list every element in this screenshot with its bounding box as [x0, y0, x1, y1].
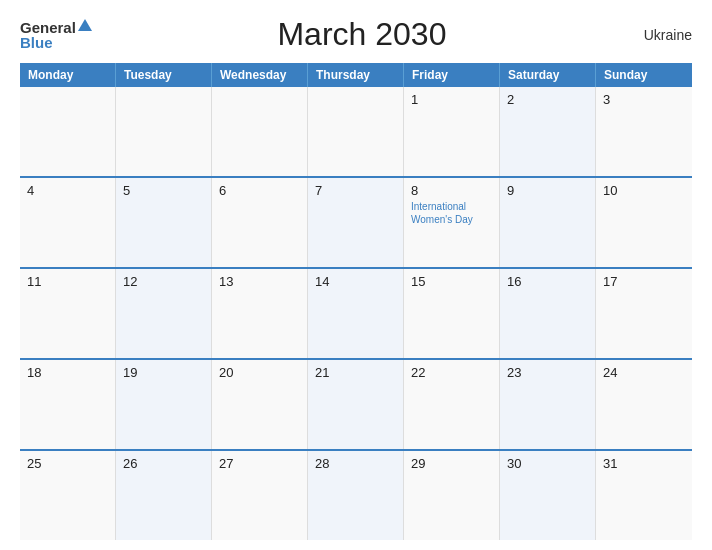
cell-w2-d6: 9	[500, 178, 596, 267]
cell-w2-d4: 7	[308, 178, 404, 267]
week-3: 11121314151617	[20, 269, 692, 360]
header-sunday: Sunday	[596, 63, 692, 87]
cell-w1-d3	[212, 87, 308, 176]
day-number: 14	[315, 274, 396, 289]
cell-w5-d7: 31	[596, 451, 692, 540]
day-number: 11	[27, 274, 108, 289]
calendar-page: General Blue March 2030 Ukraine Monday T…	[0, 0, 712, 550]
day-number: 17	[603, 274, 685, 289]
cell-w3-d4: 14	[308, 269, 404, 358]
calendar-body: 12345678International Women's Day9101112…	[20, 87, 692, 540]
day-number: 27	[219, 456, 300, 471]
cell-w4-d5: 22	[404, 360, 500, 449]
week-1: 123	[20, 87, 692, 178]
day-number: 4	[27, 183, 108, 198]
cell-w3-d1: 11	[20, 269, 116, 358]
day-number: 21	[315, 365, 396, 380]
cell-w1-d5: 1	[404, 87, 500, 176]
header-saturday: Saturday	[500, 63, 596, 87]
day-number: 28	[315, 456, 396, 471]
day-number: 9	[507, 183, 588, 198]
cell-w1-d6: 2	[500, 87, 596, 176]
day-number: 12	[123, 274, 204, 289]
cell-w3-d2: 12	[116, 269, 212, 358]
day-number: 2	[507, 92, 588, 107]
calendar-header: Monday Tuesday Wednesday Thursday Friday…	[20, 63, 692, 87]
day-number: 26	[123, 456, 204, 471]
cell-w4-d4: 21	[308, 360, 404, 449]
day-number: 5	[123, 183, 204, 198]
week-2: 45678International Women's Day910	[20, 178, 692, 269]
week-4: 18192021222324	[20, 360, 692, 451]
day-number: 23	[507, 365, 588, 380]
day-number: 6	[219, 183, 300, 198]
cell-w5-d5: 29	[404, 451, 500, 540]
country-label: Ukraine	[632, 27, 692, 43]
cell-w4-d7: 24	[596, 360, 692, 449]
header-wednesday: Wednesday	[212, 63, 308, 87]
event-label: International Women's Day	[411, 200, 492, 226]
day-number: 13	[219, 274, 300, 289]
day-number: 1	[411, 92, 492, 107]
day-number: 16	[507, 274, 588, 289]
day-number: 10	[603, 183, 685, 198]
header-monday: Monday	[20, 63, 116, 87]
logo-blue-text: Blue	[20, 35, 53, 50]
day-number: 3	[603, 92, 685, 107]
cell-w2-d3: 6	[212, 178, 308, 267]
cell-w3-d7: 17	[596, 269, 692, 358]
cell-w2-d1: 4	[20, 178, 116, 267]
cell-w2-d2: 5	[116, 178, 212, 267]
day-number: 18	[27, 365, 108, 380]
cell-w3-d5: 15	[404, 269, 500, 358]
logo-triangle-icon	[78, 19, 92, 31]
day-number: 31	[603, 456, 685, 471]
header-friday: Friday	[404, 63, 500, 87]
cell-w4-d2: 19	[116, 360, 212, 449]
cell-w5-d6: 30	[500, 451, 596, 540]
day-number: 22	[411, 365, 492, 380]
day-number: 29	[411, 456, 492, 471]
cell-w1-d2	[116, 87, 212, 176]
header: General Blue March 2030 Ukraine	[20, 16, 692, 53]
cell-w5-d1: 25	[20, 451, 116, 540]
header-tuesday: Tuesday	[116, 63, 212, 87]
calendar-title: March 2030	[92, 16, 632, 53]
cell-w1-d1	[20, 87, 116, 176]
cell-w1-d7: 3	[596, 87, 692, 176]
cell-w5-d4: 28	[308, 451, 404, 540]
cell-w3-d3: 13	[212, 269, 308, 358]
day-number: 30	[507, 456, 588, 471]
day-number: 7	[315, 183, 396, 198]
cell-w4-d6: 23	[500, 360, 596, 449]
header-thursday: Thursday	[308, 63, 404, 87]
logo-general-text: General	[20, 20, 76, 35]
week-5: 25262728293031	[20, 451, 692, 540]
cell-w5-d2: 26	[116, 451, 212, 540]
cell-w2-d5: 8International Women's Day	[404, 178, 500, 267]
cell-w3-d6: 16	[500, 269, 596, 358]
day-number: 8	[411, 183, 492, 198]
cell-w5-d3: 27	[212, 451, 308, 540]
day-number: 20	[219, 365, 300, 380]
logo: General Blue	[20, 20, 92, 50]
cell-w1-d4	[308, 87, 404, 176]
day-number: 19	[123, 365, 204, 380]
day-number: 25	[27, 456, 108, 471]
day-number: 24	[603, 365, 685, 380]
cell-w4-d3: 20	[212, 360, 308, 449]
cell-w2-d7: 10	[596, 178, 692, 267]
calendar: Monday Tuesday Wednesday Thursday Friday…	[20, 63, 692, 540]
day-number: 15	[411, 274, 492, 289]
cell-w4-d1: 18	[20, 360, 116, 449]
